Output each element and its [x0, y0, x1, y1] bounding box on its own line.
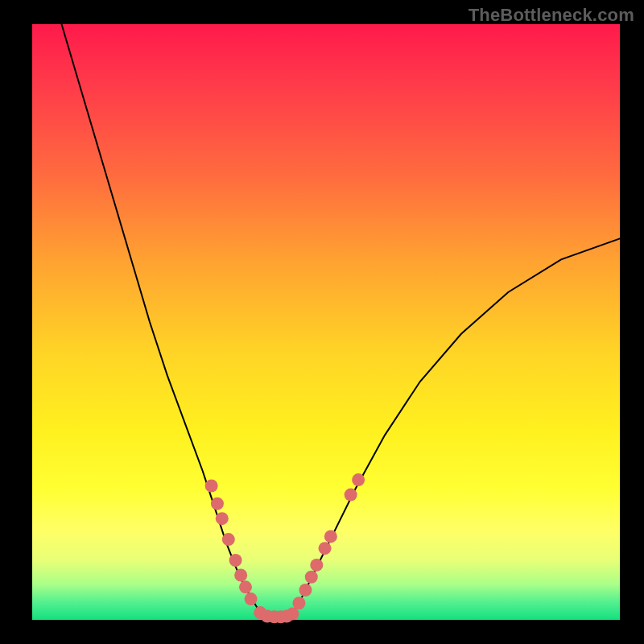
marker-point: [345, 489, 357, 502]
marker-point: [205, 480, 218, 493]
watermark-text: TheBottleneck.com: [469, 5, 634, 26]
marker-point: [286, 608, 299, 621]
marker-point: [305, 571, 318, 584]
marker-point: [352, 473, 365, 486]
series-right-curve: [291, 238, 620, 617]
marker-point: [292, 597, 305, 609]
marker-point: [324, 530, 337, 543]
marker-point: [216, 512, 229, 525]
marker-point: [222, 533, 235, 546]
marker-point: [245, 592, 258, 605]
plot-area: [32, 24, 620, 620]
marker-point: [299, 584, 312, 597]
curve-layer: [32, 24, 620, 620]
marker-point: [234, 569, 247, 582]
marker-point: [229, 554, 242, 567]
chart-frame: TheBottleneck.com: [0, 0, 644, 644]
marker-point: [319, 542, 332, 555]
marker-point: [310, 559, 323, 572]
series-group: [62, 24, 621, 618]
marker-point: [239, 580, 252, 593]
marker-point: [211, 497, 224, 510]
series-left-curve: [62, 24, 263, 617]
